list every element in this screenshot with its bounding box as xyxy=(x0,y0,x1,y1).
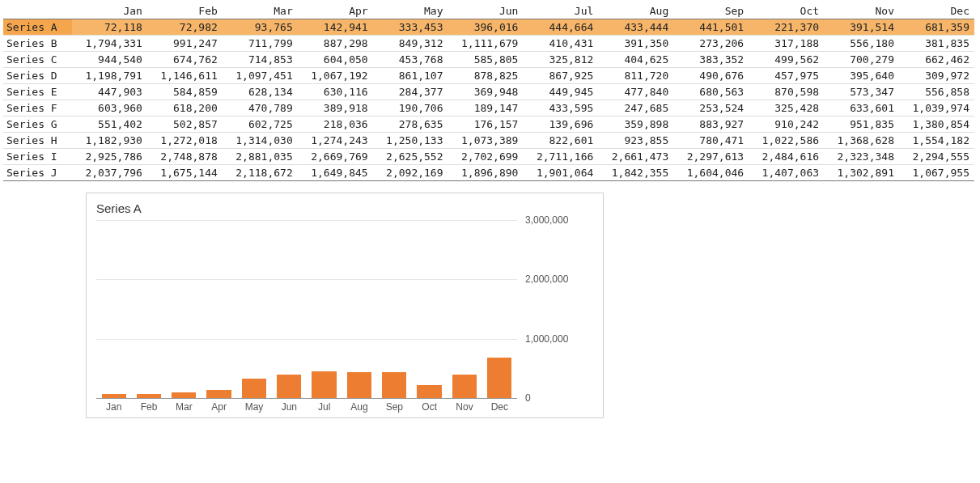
cell: 396,016 xyxy=(448,19,524,36)
chart-x-tick-label: Jun xyxy=(272,401,307,413)
row-header[interactable]: Series D xyxy=(3,68,72,84)
cell: 556,858 xyxy=(899,84,974,100)
cell: 628,134 xyxy=(223,84,298,100)
chart-bar-cell xyxy=(96,394,131,398)
cell: 1,554,182 xyxy=(899,133,974,149)
cell: 2,037,796 xyxy=(72,165,147,181)
row-header[interactable]: Series E xyxy=(3,84,72,100)
cell: 2,748,878 xyxy=(147,149,223,165)
table-row[interactable]: Series A72,11872,98293,765142,941333,453… xyxy=(3,19,974,36)
cell: 1,896,890 xyxy=(448,165,524,181)
cell: 278,635 xyxy=(373,117,448,133)
table-row[interactable]: Series B1,794,331991,247711,799887,29884… xyxy=(3,36,974,52)
chart-bar xyxy=(452,375,477,398)
chart-bar-cell xyxy=(482,358,517,398)
cell: 1,039,974 xyxy=(899,100,974,117)
chart-bars xyxy=(96,220,517,398)
table-row[interactable]: Series F603,960618,200470,789389,918190,… xyxy=(3,100,974,117)
cell: 951,835 xyxy=(824,117,899,133)
cell: 142,941 xyxy=(298,19,373,36)
row-header[interactable]: Series G xyxy=(3,117,72,133)
chart-y-tick-label: 3,000,000 xyxy=(525,214,568,226)
table-row[interactable]: Series I2,925,7862,748,8782,881,0352,669… xyxy=(3,149,974,165)
cell: 369,948 xyxy=(448,84,524,100)
chart-x-axis: JanFebMarAprMayJunJulAugSepOctNovDec xyxy=(96,401,517,413)
col-header: Dec xyxy=(899,3,974,19)
cell: 395,640 xyxy=(824,68,899,84)
cell: 1,368,628 xyxy=(824,133,899,149)
cell: 2,118,672 xyxy=(223,165,298,181)
cell: 433,595 xyxy=(523,100,598,117)
cell: 584,859 xyxy=(147,84,223,100)
cell: 325,428 xyxy=(749,100,824,117)
chart-bar-cell xyxy=(202,390,236,398)
cell: 2,881,035 xyxy=(223,149,298,165)
row-header[interactable]: Series C xyxy=(3,52,72,68)
chart-bar-cell xyxy=(236,379,271,398)
chart-bar-cell xyxy=(131,394,166,398)
row-header[interactable]: Series I xyxy=(3,149,72,165)
cell: 2,092,169 xyxy=(373,165,448,181)
chart-x-tick-label: Feb xyxy=(131,401,166,413)
table-row[interactable]: Series G551,402502,857602,725218,036278,… xyxy=(3,117,974,133)
row-header[interactable]: Series A xyxy=(3,19,72,36)
cell: 218,036 xyxy=(298,117,373,133)
cell: 190,706 xyxy=(373,100,448,117)
chart-x-tick-label: Dec xyxy=(482,401,517,413)
chart-bar xyxy=(206,390,231,398)
table-row[interactable]: Series J2,037,7961,675,1442,118,6721,649… xyxy=(3,165,974,181)
cell: 1,067,192 xyxy=(298,68,373,84)
cell: 1,675,144 xyxy=(147,165,223,181)
chart-bar xyxy=(242,379,266,398)
row-header[interactable]: Series F xyxy=(3,100,72,117)
cell: 2,669,769 xyxy=(298,149,373,165)
chart-title: Series A xyxy=(96,201,593,215)
col-header: Sep xyxy=(673,3,749,19)
cell: 910,242 xyxy=(749,117,824,133)
col-header: Jul xyxy=(523,3,598,19)
cell: 2,661,473 xyxy=(598,149,673,165)
cell: 573,347 xyxy=(824,84,899,100)
cell: 457,975 xyxy=(749,68,824,84)
cell: 391,350 xyxy=(598,36,673,52)
chart-bar xyxy=(382,372,406,398)
table-row[interactable]: Series H1,182,9301,272,0181,314,0301,274… xyxy=(3,133,974,149)
cell: 633,601 xyxy=(824,100,899,117)
chart-bar-cell xyxy=(307,371,342,398)
cell: 630,116 xyxy=(298,84,373,100)
col-header: Feb xyxy=(147,3,223,19)
cell: 470,789 xyxy=(223,100,298,117)
row-header[interactable]: Series B xyxy=(3,36,72,52)
cell: 317,188 xyxy=(749,36,824,52)
cell: 551,402 xyxy=(72,117,147,133)
cell: 991,247 xyxy=(147,36,223,52)
col-header: Apr xyxy=(298,3,373,19)
cell: 247,685 xyxy=(598,100,673,117)
cell: 603,960 xyxy=(72,100,147,117)
cell: 1,182,930 xyxy=(72,133,147,149)
cell: 72,982 xyxy=(147,19,223,36)
col-header: Aug xyxy=(598,3,673,19)
table-row[interactable]: Series E447,903584,859628,134630,116284,… xyxy=(3,84,974,100)
table-row[interactable]: Series D1,198,7911,146,6111,097,4511,067… xyxy=(3,68,974,84)
table-row[interactable]: Series C944,540674,762714,853604,050453,… xyxy=(3,52,974,68)
chart-x-tick-label: May xyxy=(236,401,271,413)
cell: 447,903 xyxy=(72,84,147,100)
chart-y-tick-label: 2,000,000 xyxy=(525,273,568,285)
cell: 811,720 xyxy=(598,68,673,84)
cell: 72,118 xyxy=(72,19,147,36)
row-header[interactable]: Series J xyxy=(3,165,72,181)
cell: 867,925 xyxy=(523,68,598,84)
chart-x-tick-label: Mar xyxy=(167,401,202,413)
cell: 309,972 xyxy=(899,68,974,84)
chart-bar-cell xyxy=(272,375,307,398)
cell: 1,842,355 xyxy=(598,165,673,181)
cell: 381,835 xyxy=(899,36,974,52)
cell: 2,297,613 xyxy=(673,149,749,165)
cell: 284,377 xyxy=(373,84,448,100)
row-header[interactable]: Series H xyxy=(3,133,72,149)
cell: 923,855 xyxy=(598,133,673,149)
cell: 176,157 xyxy=(448,117,524,133)
cell: 780,471 xyxy=(673,133,749,149)
chart-x-tick-label: Sep xyxy=(377,401,412,413)
